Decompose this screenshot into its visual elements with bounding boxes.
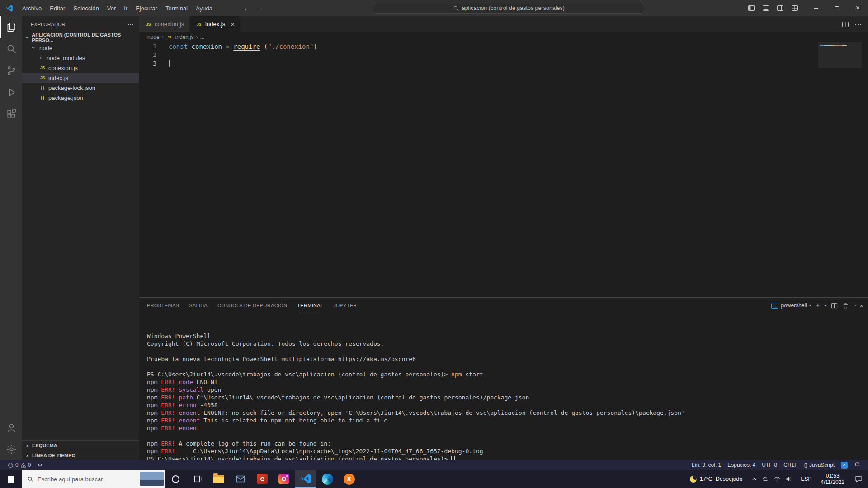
cursor-position-status[interactable]: Lín. 3, col. 1 [689,462,724,468]
red-app-button[interactable] [251,470,273,488]
activity-bar [0,16,22,460]
instagram-button[interactable] [273,470,295,488]
launch-profile-chevron-icon[interactable]: › [823,305,828,306]
menu-ejecutar[interactable]: Ejecutar [132,0,161,16]
tree-item-node-modules[interactable]: › node_modules [22,53,139,63]
terminal-view[interactable]: Windows PowerShellCopyright (C) Microsof… [139,313,868,460]
kill-terminal-icon[interactable] [842,302,849,309]
source-control-activity-button[interactable] [0,60,22,81]
tab-jupyter[interactable]: JUPYTER [333,298,357,313]
terminal-line: PS C:\Users\Jiur14\.vscode\trabajos de v… [147,371,868,378]
split-terminal-icon[interactable] [831,302,838,309]
maximize-panel-icon[interactable]: › [851,305,857,306]
breadcrumb: node › JS index.js › ... [139,32,868,42]
run-debug-activity-button[interactable] [0,81,22,103]
toggle-secondary-sidebar-icon[interactable] [774,2,787,14]
forward-arrow-icon[interactable]: → [257,4,264,12]
notification-bubble-icon [854,475,863,483]
tree-item-index-js[interactable]: JS index.js [22,73,139,83]
menu-editar[interactable]: Editar [46,0,69,16]
language-status[interactable]: {} JavaScript [801,462,838,468]
tree-item-package-json[interactable]: {} package.json [22,93,139,103]
tab-problemas[interactable]: PROBLEMAS [147,298,179,313]
network-wifi-icon[interactable] [774,475,781,483]
token-operator: = [222,43,233,50]
task-view-button[interactable] [186,470,208,488]
hidden-icons-chevron-icon[interactable] [751,476,757,482]
menu-ayuda[interactable]: Ayuda [192,0,217,16]
back-arrow-icon[interactable]: ← [244,4,251,12]
close-tab-icon[interactable]: × [231,20,235,28]
code-editor[interactable]: 1 const conexion = require ("./conexion"… [139,42,868,297]
toggle-panel-icon[interactable] [760,2,772,14]
new-terminal-icon[interactable]: + [816,301,820,310]
vscode-taskbar-button[interactable] [295,470,316,488]
close-panel-icon[interactable]: × [859,302,863,310]
settings-button[interactable] [0,438,22,460]
accounts-button[interactable] [0,417,22,438]
onedrive-cloud-icon[interactable] [762,475,769,483]
explorer-activity-button[interactable] [0,16,22,38]
tab-index-js[interactable]: JS index.js × [190,16,241,32]
maximize-button[interactable] [826,0,847,16]
minimize-button[interactable] [806,0,826,16]
extensions-activity-button[interactable] [0,103,22,125]
breadcrumb-folder[interactable]: node [147,34,160,40]
edge-button[interactable] [316,470,338,488]
search-activity-button[interactable] [0,38,22,60]
menu-terminal[interactable]: Terminal [161,0,192,16]
menu-seleccion[interactable]: Selección [69,0,103,16]
terminal-line: Copyright (C) Microsoft Corporation. Tod… [147,340,868,347]
breadcrumb-file[interactable]: index.js [175,34,194,40]
xampp-button[interactable]: X [338,470,360,488]
eol-status[interactable]: CRLF [780,462,801,468]
menu-archivo[interactable]: Archivo [18,0,46,16]
search-input[interactable] [38,476,119,483]
more-actions-icon[interactable]: ⋯ [127,21,134,28]
tree-item-node[interactable]: › node [22,43,139,53]
tab-conexion-js[interactable]: JS conexion.js [139,16,190,32]
mail-button[interactable] [230,470,251,488]
taskbar-clock[interactable]: 01:53 4/11/2022 [816,473,849,485]
menu-ver[interactable]: Ver [103,0,120,16]
news-interests-thumbnail[interactable] [140,472,164,486]
tab-salida[interactable]: SALIDA [189,298,208,313]
broadcast-status[interactable] [34,462,46,468]
cortana-button[interactable] [165,470,186,488]
notifications-button[interactable] [851,462,863,468]
more-actions-icon[interactable]: ⋯ [854,20,862,28]
file-explorer-button[interactable] [208,470,230,488]
keyboard-language[interactable]: ESP [796,476,816,482]
taskbar-search[interactable] [22,470,165,488]
timeline-section-header[interactable]: › LÍNEA DE TIEMPO [22,450,139,460]
terminal-text: npm [147,386,161,393]
problems-status[interactable]: 0 0 [5,462,34,468]
weather-widget[interactable]: 17°C Despejado [684,476,748,483]
volume-icon[interactable] [785,475,793,483]
indentation-status[interactable]: Espacios: 4 [724,462,759,468]
tab-terminal[interactable]: TERMINAL [297,298,323,313]
command-center-search[interactable]: aplicacion (control de gastos personales… [373,3,644,14]
action-center-button[interactable] [849,475,868,483]
toggle-sidebar-icon[interactable] [745,2,758,14]
start-button[interactable] [0,470,22,488]
token-paren: ) [313,43,317,50]
terminal-line: Windows PowerShell [147,332,868,340]
terminal-text: start [462,371,483,378]
breadcrumb-symbol[interactable]: ... [200,34,204,40]
outline-section-header[interactable]: › ESQUEMA [22,440,139,450]
project-section-header[interactable]: › APLICACION (CONTROL DE GASTOS PERSO... [22,32,139,43]
tree-item-package-lock-json[interactable]: {} package-lock.json [22,83,139,93]
close-window-button[interactable]: × [847,0,868,16]
remote-indicator[interactable]: ✓ [838,462,851,469]
tab-label: conexion.js [155,21,184,28]
tree-item-conexion-js[interactable]: JS conexion.js [22,63,139,73]
customize-layout-icon[interactable] [788,2,801,14]
minimap[interactable] [818,42,862,297]
terminal-text: npm [147,417,161,424]
split-editor-icon[interactable] [842,21,849,28]
menu-ir[interactable]: Ir [120,0,132,16]
tab-consola-de-depuracion[interactable]: CONSOLA DE DEPURACIÓN [217,298,287,313]
encoding-status[interactable]: UTF-8 [759,462,780,468]
shell-picker[interactable]: >_ powershell › [771,302,811,309]
